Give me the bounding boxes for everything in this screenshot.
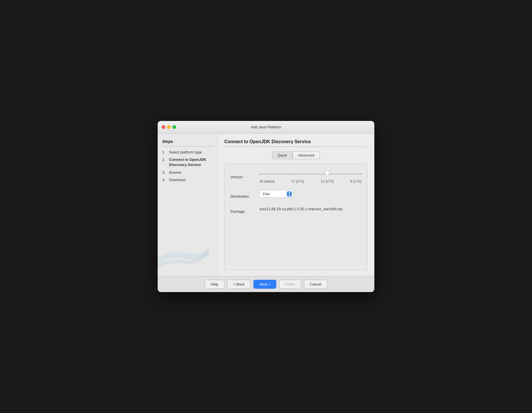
distribution-label: Distribution (230, 189, 256, 199)
step-number: 1. (162, 150, 168, 155)
main-panel: Connect to OpenJDK Discovery Service Qui… (218, 133, 374, 276)
step-label: Connect to OpenJDK Discovery Service (169, 157, 213, 167)
package-value: zulu11.66.19-ca-jdk11.0.20.1-macosx_aarc… (259, 207, 342, 211)
slider-track (259, 174, 362, 175)
version-mark-3: 8 (LTS) (350, 179, 362, 183)
package-label: Package (230, 204, 256, 214)
step-item: 2.Connect to OpenJDK Discovery Service (162, 157, 213, 167)
version-row: Version (230, 170, 362, 183)
section-title: Connect to OpenJDK Discovery Service (224, 139, 367, 147)
version-mark-1: 17 (LTS) (291, 179, 304, 183)
dialog-window: Add Java Platform Steps 1.Select platfor… (158, 121, 374, 292)
step-label: Select platform type (169, 150, 202, 155)
step-label: Browse (169, 170, 181, 175)
tab-quick[interactable]: Quick (272, 151, 292, 159)
content-area: Steps 1.Select platform type2.Connect to… (158, 133, 374, 276)
step-number: 3. (162, 170, 168, 175)
step-item: 1.Select platform type (162, 150, 213, 155)
back-button[interactable]: < Back (227, 280, 251, 289)
slider-labels: 20 (latest) 17 (LTS) 11 (LTS) 8 (LTS) (259, 179, 362, 183)
distribution-select[interactable]: Zulu Temurin Liberica Corretto Microsoft (259, 190, 294, 198)
tab-advanced[interactable]: Advanced (293, 151, 320, 159)
package-row: Package zulu11.66.19-ca-jdk11.0.20.1-mac… (230, 204, 362, 214)
footer: Help < Back Next > Finish Cancel (158, 276, 374, 292)
help-button[interactable]: Help (205, 280, 224, 289)
sidebar: Steps 1.Select platform type2.Connect to… (158, 133, 218, 276)
titlebar: Add Java Platform (158, 121, 374, 133)
step-item: 4.Download (162, 177, 213, 183)
slider-track-wrapper (259, 170, 362, 178)
step-number: 4. (162, 177, 168, 183)
window-title: Add Java Platform (251, 125, 281, 129)
tab-bar: Quick Advanced (224, 151, 367, 159)
finish-button: Finish (279, 280, 301, 289)
version-slider-container: 20 (latest) 17 (LTS) 11 (LTS) 8 (LTS) (259, 170, 362, 183)
slider-thumb[interactable] (325, 170, 330, 178)
step-label: Download (169, 177, 186, 183)
panel-content: Version (224, 164, 367, 270)
distribution-row: Distribution Zulu Temurin Liberica Corre… (230, 189, 362, 199)
close-button[interactable] (162, 125, 165, 129)
cancel-button[interactable]: Cancel (304, 280, 327, 289)
version-label: Version (230, 170, 256, 179)
steps-list: 1.Select platform type2.Connect to OpenJ… (162, 150, 213, 183)
distribution-select-wrapper: Zulu Temurin Liberica Corretto Microsoft… (259, 190, 294, 198)
watermark-icon (158, 233, 209, 276)
version-mark-0: 20 (latest) (259, 179, 275, 183)
traffic-lights (162, 125, 176, 129)
step-number: 2. (162, 157, 168, 167)
step-item: 3.Browse (162, 170, 213, 175)
maximize-button[interactable] (172, 125, 176, 129)
minimize-button[interactable] (167, 125, 171, 129)
steps-title: Steps (162, 139, 213, 146)
next-button[interactable]: Next > (253, 280, 276, 289)
version-mark-2: 11 (LTS) (321, 179, 334, 183)
